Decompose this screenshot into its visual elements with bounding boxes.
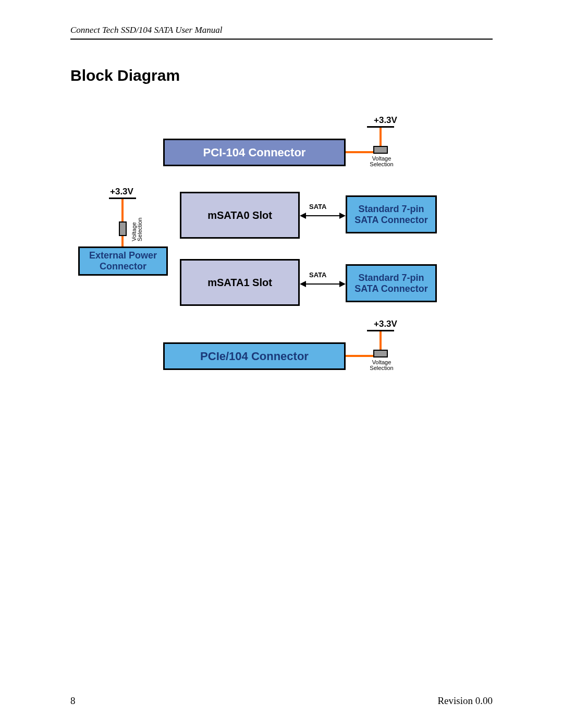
revision-label: Revision 0.00 <box>437 695 493 707</box>
block-external-power-connector: External Power Connector <box>78 246 168 276</box>
sata-link-arrowhead-right-0 <box>339 213 346 219</box>
header-title: Connect Tech SSD/104 SATA User Manual <box>70 25 493 35</box>
block-sata-connector-0: Standard 7-pin SATA Connector <box>346 195 437 233</box>
block-diagram: PCI-104 Connector +3.3V Voltage Selectio… <box>70 117 493 388</box>
jumper-top-right <box>373 146 388 154</box>
voltage-selection-label-left: VoltageSelection <box>131 218 143 241</box>
jumper-left <box>119 221 127 236</box>
page-header: Connect Tech SSD/104 SATA User Manual <box>70 25 493 40</box>
voltage-label-left: +3.3V <box>110 187 133 197</box>
jumper-bottom-right <box>373 350 388 357</box>
sata-link-arrowhead-left-1 <box>300 281 306 287</box>
section-title: Block Diagram <box>70 67 180 84</box>
block-pci104-connector: PCI-104 Connector <box>163 139 346 166</box>
voltage-label-top-right: +3.3V <box>374 115 397 126</box>
page-number: 8 <box>70 695 76 707</box>
tbar-bottom-right <box>367 330 394 331</box>
tbar-top-right <box>367 126 394 128</box>
header-rule <box>70 39 493 40</box>
wire-voltage-vertical-top <box>380 127 382 146</box>
sata-link-arrowhead-right-1 <box>339 281 346 287</box>
wire-voltage-vertical-bottom <box>380 330 382 350</box>
sata-link-label-0: SATA <box>309 203 326 211</box>
sata-link-label-1: SATA <box>309 271 326 279</box>
tbar-left <box>109 198 136 199</box>
page-footer: 8 Revision 0.00 <box>70 695 493 707</box>
voltage-selection-label-bottom-right: Voltage Selection <box>369 360 395 371</box>
voltage-selection-label-top-right: Voltage Selection <box>369 156 395 167</box>
voltage-label-bottom-right: +3.3V <box>374 319 397 329</box>
block-pcie104-connector: PCIe/104 Connector <box>163 342 346 370</box>
sata-link-arrowhead-left-0 <box>300 213 306 219</box>
sata-link-line-0 <box>306 215 339 216</box>
block-msata1-slot: mSATA1 Slot <box>180 259 300 306</box>
block-sata-connector-1: Standard 7-pin SATA Connector <box>346 264 437 302</box>
page: Connect Tech SSD/104 SATA User Manual Bl… <box>0 0 563 728</box>
sata-link-line-1 <box>306 283 339 285</box>
block-msata0-slot: mSATA0 Slot <box>180 192 300 239</box>
